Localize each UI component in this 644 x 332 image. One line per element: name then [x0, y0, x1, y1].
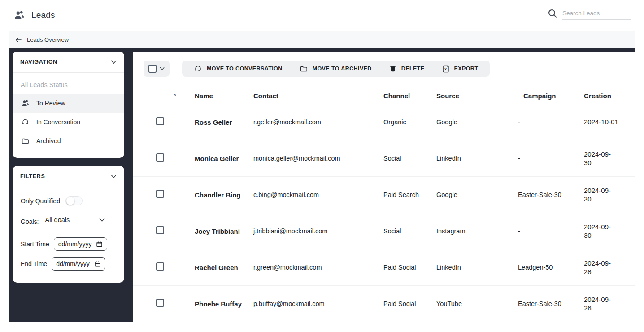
trash-icon	[389, 65, 397, 73]
lead-creation-date: 2024-09- 26	[584, 295, 635, 313]
lead-name: Phoebe Buffay	[195, 300, 253, 308]
lead-contact-email: monica.geller@mockmail.com	[253, 155, 383, 162]
table-body: Ross Geller r.geller@mockmail.com Organi…	[133, 104, 635, 322]
select-all-checkbox[interactable]	[148, 65, 157, 73]
lead-source: Google	[436, 118, 518, 126]
app-header: Leads	[0, 0, 644, 31]
lead-channel: Paid Social	[383, 300, 436, 307]
row-checkbox[interactable]	[156, 226, 164, 234]
chevron-down-icon	[160, 67, 165, 70]
lead-campaign: Easter-Sale-30	[518, 191, 584, 198]
start-time-label: Start Time	[21, 240, 49, 248]
table-row: Joey Tribbiani j.tribbiani@mockmail.com …	[133, 213, 635, 249]
column-header-channel[interactable]: Channel	[383, 92, 436, 100]
lead-contact-email: j.tribbiani@mockmail.com	[253, 227, 383, 235]
column-header-name[interactable]: Name	[195, 92, 253, 100]
all-leads-status-label: All Leads Status	[13, 73, 124, 94]
lead-creation-date: 2024-09- 30	[584, 150, 635, 167]
column-header-creation[interactable]: Creation	[584, 92, 635, 100]
svg-text:x: x	[444, 67, 447, 71]
lead-contact-email: c.bing@mockmail.com	[253, 191, 383, 198]
lead-source: LinkedIn	[436, 155, 518, 162]
delete-button[interactable]: DELETE	[389, 65, 425, 73]
column-header-contact[interactable]: Contact	[253, 92, 383, 100]
filters-collapse-chevron-icon[interactable]	[111, 175, 117, 179]
goals-selected-value: All goals	[45, 216, 70, 223]
lead-campaign: -	[518, 118, 584, 126]
leads-main-panel: MOVE TO CONVERSATION DELETE MOVE TO ARCH…	[133, 52, 635, 322]
only-qualified-label: Only Qualified	[21, 197, 60, 205]
sidebar-item-label: Archived	[36, 137, 61, 144]
table-row: Chandler Bing c.bing@mockmail.com Paid S…	[133, 177, 635, 213]
page-title: Leads	[31, 10, 55, 20]
sidebar-item-in-conversation[interactable]: In Conversation	[13, 113, 124, 131]
lead-channel: Social	[383, 155, 436, 162]
select-all-dropdown[interactable]	[144, 61, 170, 77]
table-row: Ross Geller r.geller@mockmail.com Organi…	[133, 104, 635, 140]
lead-channel: Organic	[383, 118, 436, 126]
table-header: ^ Name Contact Channel Source Campaign C…	[133, 88, 635, 104]
toolbar: MOVE TO CONVERSATION DELETE MOVE TO ARCH…	[144, 61, 635, 77]
row-checkbox[interactable]	[156, 117, 164, 125]
navigation-collapse-chevron-icon[interactable]	[111, 60, 117, 64]
lead-creation-date: 2024-09- 30	[584, 223, 635, 240]
table-row: Rachel Green r.green@mockmail.com Paid S…	[133, 249, 635, 286]
lead-channel: Social	[383, 227, 436, 235]
lead-campaign: Leadgen-50	[518, 264, 584, 271]
sidebar-item-archived[interactable]: Archived	[13, 131, 124, 150]
lead-source: Google	[436, 191, 518, 198]
navigation-card: NAVIGATION All Leads Status To Review	[13, 52, 124, 158]
chevron-down-icon	[99, 218, 105, 222]
lead-contact-email: r.geller@mockmail.com	[253, 118, 383, 126]
calendar-icon	[94, 261, 101, 267]
lead-name: Chandler Bing	[195, 191, 253, 199]
lead-campaign: -	[518, 227, 584, 235]
sidebar: NAVIGATION All Leads Status To Review	[9, 48, 133, 322]
end-time-date-input[interactable]: dd/mm/yyyy	[52, 257, 105, 271]
calendar-icon	[96, 241, 103, 248]
sidebar-item-to-review[interactable]: To Review	[13, 94, 124, 113]
people-icon	[21, 99, 30, 108]
move-to-conversation-button[interactable]: MOVE TO CONVERSATION	[194, 65, 283, 73]
filters-title: FILTERS	[20, 173, 45, 179]
headset-icon	[21, 118, 30, 127]
lead-contact-email: r.green@mockmail.com	[253, 264, 383, 271]
breadcrumb-label: Leads Overview	[27, 36, 69, 43]
headset-icon	[194, 65, 202, 73]
back-arrow-icon[interactable]	[14, 36, 22, 44]
table-row: Monica Geller monica.geller@mockmail.com…	[133, 140, 635, 177]
date-placeholder: dd/mm/yyyy	[58, 240, 92, 248]
lead-source: Instagram	[436, 227, 518, 235]
lead-campaign: Easter-Sale-30	[518, 300, 584, 307]
search-input[interactable]	[562, 7, 631, 20]
column-header-campaign[interactable]: Campaign	[518, 92, 584, 100]
filters-card: FILTERS Only Qualified Goals: All goals	[13, 166, 124, 283]
start-time-date-input[interactable]: dd/mm/yyyy	[54, 237, 108, 251]
lead-channel: Paid Social	[383, 264, 436, 271]
folder-icon	[300, 65, 308, 73]
goals-label: Goals:	[21, 218, 39, 225]
move-to-archived-button[interactable]: DELETE MOVE TO ARCHIVED	[300, 65, 372, 73]
row-checkbox[interactable]	[156, 262, 164, 271]
row-checkbox[interactable]	[156, 153, 164, 162]
lead-creation-date: 2024-10-01	[584, 118, 635, 127]
lead-campaign: -	[518, 155, 584, 162]
lead-source: LinkedIn	[436, 264, 518, 271]
content-area: NAVIGATION All Leads Status To Review	[9, 48, 635, 322]
bulk-actions-bar: MOVE TO CONVERSATION DELETE MOVE TO ARCH…	[182, 61, 490, 77]
goals-select[interactable]: All goals	[44, 215, 107, 227]
column-header-source[interactable]: Source	[436, 92, 518, 100]
breadcrumb: Leads Overview	[9, 31, 635, 48]
export-button[interactable]: x EXPORT	[442, 65, 479, 73]
only-qualified-toggle[interactable]	[65, 196, 83, 205]
end-time-label: End Time	[21, 260, 47, 267]
row-checkbox[interactable]	[156, 299, 164, 307]
table-row: Phoebe Buffay p.buffay@mockmail.com Paid…	[133, 286, 635, 322]
search-icon[interactable]	[547, 8, 558, 19]
row-checkbox[interactable]	[156, 190, 164, 198]
lead-name: Monica Geller	[195, 155, 253, 162]
sidebar-item-label: In Conversation	[36, 118, 80, 126]
lead-creation-date: 2024-09- 28	[584, 259, 635, 276]
lead-channel: Paid Search	[383, 191, 436, 198]
sort-caret[interactable]: ^	[173, 92, 195, 99]
